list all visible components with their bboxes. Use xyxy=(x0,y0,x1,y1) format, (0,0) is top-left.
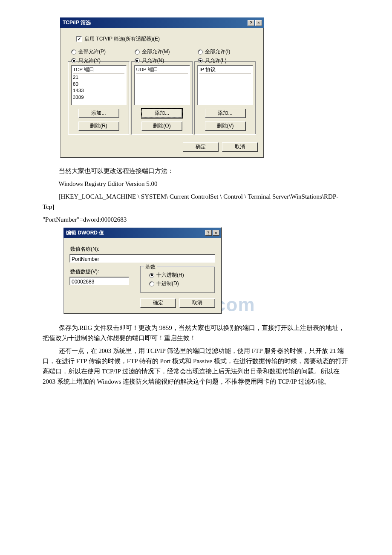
ip-remove-button[interactable]: 删除(V) xyxy=(205,121,246,131)
paragraph: 还有一点，在 2003 系统里，用 TCP/IP 筛选里的端口过滤功能，使用 F… xyxy=(43,346,349,387)
radio-label: 十六进制(H) xyxy=(156,271,184,279)
dialog-title: 编辑 DWORD 值 xyxy=(66,229,204,237)
tcp-remove-button[interactable]: 删除(R) xyxy=(78,121,119,131)
tcp-allow-all-radio[interactable]: 全部允许(P) xyxy=(71,48,130,56)
paragraph: 保存为.REG 文件双击即可！更改为 9859，当然大家也可以换别的端口，直接打… xyxy=(43,323,349,343)
value-name-label: 数值名称(N): xyxy=(70,245,215,253)
radio-label: 全部允许(I) xyxy=(205,48,230,56)
ip-column: 全部允许(I) 只允许(L) IP 协议 添加... 删除(V) xyxy=(194,47,256,134)
udp-allow-all-radio[interactable]: 全部允许(M) xyxy=(135,48,193,56)
hex-radio[interactable]: 十六进制(H) xyxy=(149,271,210,279)
ok-button[interactable]: 确定 xyxy=(140,298,176,308)
dialog-buttons: 确定 取消 xyxy=(69,293,215,309)
document-body: 当然大家也可以更改远程连接端口方法： Windows Registry Edit… xyxy=(0,166,392,225)
dialog-body: ✓ 启用 TCP/IP 筛选(所有适配器)(E) 全部允许(P) 只允许(Y) … xyxy=(60,28,264,140)
edit-dword-dialog: 编辑 DWORD 值 ? × 数值名称(N): PortNumber 数值数据(… xyxy=(63,227,222,314)
udp-port-listbox[interactable]: UDP 端口 xyxy=(134,65,190,105)
document-body: 保存为.REG 文件双击即可！更改为 9859，当然大家也可以换别的端口，直接打… xyxy=(0,323,392,387)
list-header: TCP 端口 xyxy=(73,66,124,74)
list-item[interactable]: 1433 xyxy=(73,87,124,94)
udp-add-button[interactable]: 添加... xyxy=(141,109,182,118)
close-button[interactable]: × xyxy=(213,230,219,236)
value-data-input[interactable]: 00002683 xyxy=(69,277,129,285)
ip-protocol-listbox[interactable]: IP 协议 xyxy=(197,65,253,105)
checkbox-icon: ✓ xyxy=(76,36,82,42)
enable-filter-checkbox[interactable]: ✓ 启用 TCP/IP 筛选(所有适配器)(E) xyxy=(76,35,258,43)
radio-icon xyxy=(135,58,140,63)
value-data-section: 数值数据(V): 00002683 xyxy=(69,266,133,293)
ok-button[interactable]: 确定 xyxy=(183,142,219,152)
radio-icon xyxy=(149,281,154,286)
ip-allow-all-radio[interactable]: 全部允许(I) xyxy=(198,48,256,56)
value-name-input[interactable]: PortNumber xyxy=(69,254,215,263)
dialog-buttons: 确定 取消 xyxy=(60,140,264,158)
list-item[interactable]: 80 xyxy=(73,81,124,88)
title-bar[interactable]: TCP/IP 筛选 ? × xyxy=(60,17,264,28)
radio-label: 全部允许(P) xyxy=(78,48,106,56)
paragraph: "PortNumber"=dword:00002683 xyxy=(43,214,349,225)
udp-groupbox: UDP 端口 添加... 删除(O) xyxy=(131,61,193,135)
udp-remove-button[interactable]: 删除(O) xyxy=(141,121,182,131)
ip-groupbox: IP 协议 添加... 删除(V) xyxy=(194,61,256,135)
list-header: IP 协议 xyxy=(199,66,251,74)
radio-label: 只允许(Y) xyxy=(78,57,101,65)
radio-icon xyxy=(135,49,140,55)
tcp-add-button[interactable]: 添加... xyxy=(78,109,119,118)
paragraph: [HKEY_LOCAL_MACHINE \ SYSTEM\ Current Co… xyxy=(43,191,349,212)
list-item[interactable]: 21 xyxy=(73,74,124,81)
value-data-label: 数值数据(V): xyxy=(70,268,133,276)
radio-label: 全部允许(M) xyxy=(142,48,170,56)
dialog-body: 数值名称(N): PortNumber 数值数据(V): 00002683 基数… xyxy=(63,238,221,314)
radio-label: 十进制(D) xyxy=(156,280,179,288)
dialog-title: TCP/IP 筛选 xyxy=(63,19,247,27)
cancel-button[interactable]: 取消 xyxy=(222,142,258,152)
list-item[interactable]: 3389 xyxy=(73,94,124,101)
title-bar[interactable]: 编辑 DWORD 值 ? × xyxy=(63,228,221,238)
radio-icon xyxy=(149,273,154,278)
tcp-port-listbox[interactable]: TCP 端口 21 80 1433 3389 xyxy=(71,65,127,105)
enable-filter-label: 启用 TCP/IP 筛选(所有适配器)(E) xyxy=(84,35,160,43)
radio-label: 只允许(N) xyxy=(142,57,164,65)
close-button[interactable]: × xyxy=(255,20,262,26)
list-header: UDP 端口 xyxy=(136,66,188,74)
tcp-groupbox: TCP 端口 21 80 1433 3389 添加... 删除(R) xyxy=(68,61,130,135)
radio-icon xyxy=(71,49,76,55)
help-button[interactable]: ? xyxy=(205,230,212,236)
tcp-column: 全部允许(P) 只允许(Y) TCP 端口 21 80 1433 3389 添加… xyxy=(68,47,130,134)
help-button[interactable]: ? xyxy=(248,20,254,26)
ip-add-button[interactable]: 添加... xyxy=(205,109,246,118)
radio-icon xyxy=(198,49,203,55)
base-group-title: 基数 xyxy=(144,263,157,271)
paragraph: Windows Registry Editor Version 5.00 xyxy=(43,179,349,189)
tcpip-filter-dialog: TCP/IP 筛选 ? × ✓ 启用 TCP/IP 筛选(所有适配器)(E) 全… xyxy=(60,17,264,158)
radio-label: 只允许(L) xyxy=(205,57,227,65)
port-columns: 全部允许(P) 只允许(Y) TCP 端口 21 80 1433 3389 添加… xyxy=(66,47,258,134)
cancel-button[interactable]: 取消 xyxy=(179,298,215,308)
dec-radio[interactable]: 十进制(D) xyxy=(149,280,210,288)
paragraph: 当然大家也可以更改远程连接端口方法： xyxy=(43,166,349,176)
udp-column: 全部允许(M) 只允许(N) UDP 端口 添加... 删除(O) xyxy=(131,47,193,134)
base-groupbox: 基数 十六进制(H) 十进制(D) xyxy=(140,266,215,293)
